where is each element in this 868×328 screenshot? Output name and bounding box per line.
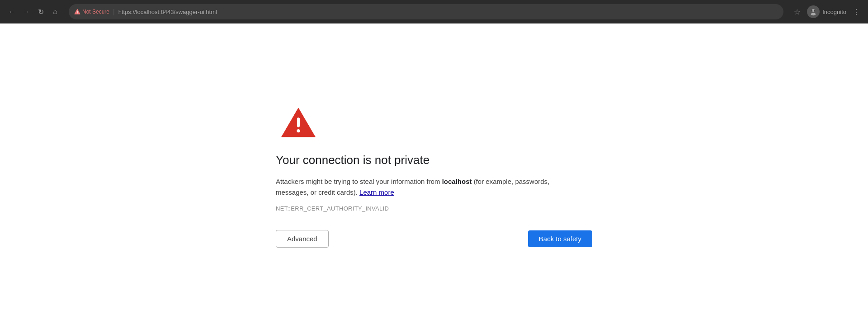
- warning-icon: [74, 9, 80, 15]
- address-divider: |: [113, 8, 115, 15]
- reload-button[interactable]: ↻: [34, 5, 47, 18]
- svg-point-4: [814, 10, 815, 11]
- address-bar[interactable]: Not Secure | https://localhost:8443/swag…: [69, 4, 783, 19]
- url-protocol: https://: [118, 9, 136, 15]
- error-description: Attackers might be trying to steal your …: [276, 176, 583, 198]
- learn-more-link[interactable]: Learn more: [359, 188, 394, 196]
- security-warning: Not Secure: [74, 9, 109, 15]
- incognito-area: Incognito: [807, 5, 846, 18]
- svg-point-6: [297, 129, 300, 132]
- menu-button[interactable]: ⋮: [850, 5, 863, 18]
- error-warning-icon: [280, 104, 316, 141]
- svg-point-1: [812, 9, 815, 12]
- svg-point-3: [811, 10, 812, 11]
- error-code: NET::ERR_CERT_AUTHORITY_INVALID: [276, 205, 389, 212]
- url-host: localhost:8443: [136, 9, 174, 15]
- button-row: Advanced Back to safety: [276, 230, 592, 248]
- error-title: Your connection is not private: [276, 153, 429, 167]
- error-container: Your connection is not private Attackers…: [276, 104, 592, 248]
- url-path: /swagger-ui.html: [174, 9, 217, 15]
- home-button[interactable]: ⌂: [49, 5, 61, 18]
- browser-actions: ☆ Incognito ⋮: [791, 5, 863, 18]
- advanced-button[interactable]: Advanced: [276, 230, 329, 248]
- incognito-icon: [807, 5, 820, 18]
- svg-point-0: [77, 13, 77, 13]
- nav-buttons: ← → ↻ ⌂: [5, 5, 61, 18]
- incognito-label: Incognito: [822, 9, 846, 15]
- bookmark-button[interactable]: ☆: [791, 5, 803, 18]
- page-content: Your connection is not private Attackers…: [0, 23, 868, 328]
- svg-rect-5: [297, 117, 300, 127]
- back-to-safety-button[interactable]: Back to safety: [528, 230, 592, 247]
- error-hostname: localhost: [442, 178, 472, 185]
- back-button[interactable]: ←: [5, 5, 18, 18]
- forward-button[interactable]: →: [20, 5, 33, 18]
- address-url: https://localhost:8443/swagger-ui.html: [118, 9, 217, 15]
- security-label: Not Secure: [82, 9, 109, 15]
- browser-chrome: ← → ↻ ⌂ Not Secure | https://localhost:8…: [0, 0, 868, 23]
- svg-point-2: [811, 13, 816, 15]
- description-prefix: Attackers might be trying to steal your …: [276, 178, 442, 185]
